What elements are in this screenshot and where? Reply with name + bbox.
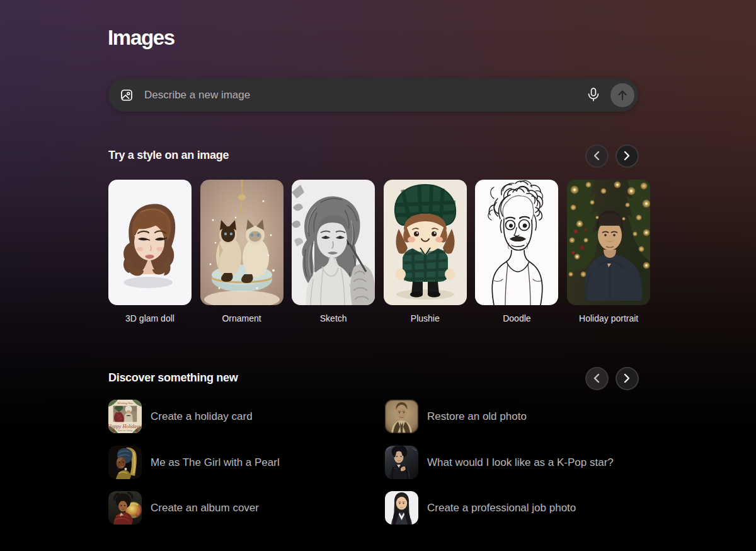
svg-text:Wishing You: Wishing You (117, 402, 133, 405)
svg-text:from our family: from our family (118, 429, 132, 432)
svg-text:Happy Holidays!: Happy Holidays! (108, 424, 142, 429)
